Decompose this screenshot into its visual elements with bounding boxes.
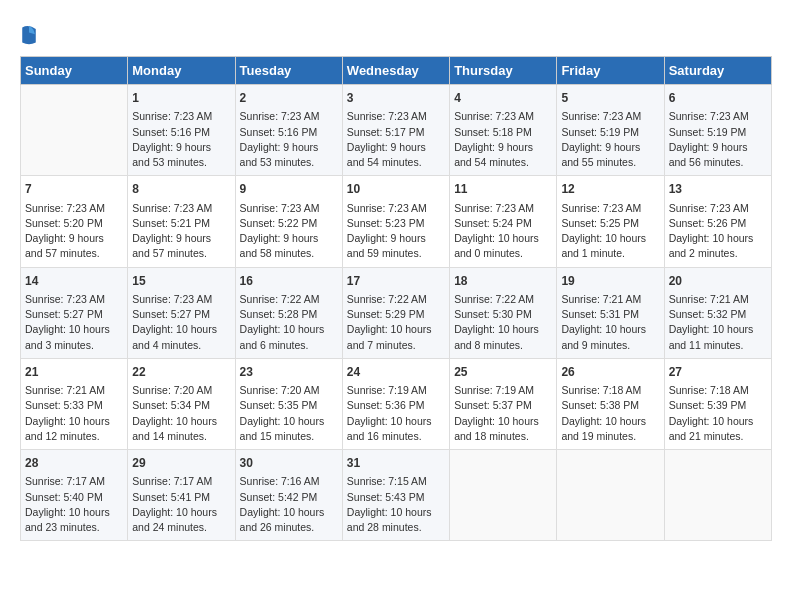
cell-text: and 23 minutes. [25, 520, 123, 535]
day-number: 7 [25, 181, 123, 198]
cell-text: Daylight: 10 hours [347, 322, 445, 337]
cell-text: Sunrise: 7:17 AM [25, 474, 123, 489]
cell-text: and 26 minutes. [240, 520, 338, 535]
calendar-cell: 13Sunrise: 7:23 AMSunset: 5:26 PMDayligh… [664, 176, 771, 267]
cell-text: Sunrise: 7:16 AM [240, 474, 338, 489]
cell-text: and 53 minutes. [132, 155, 230, 170]
cell-text: Sunrise: 7:23 AM [25, 292, 123, 307]
cell-text: Sunset: 5:39 PM [669, 398, 767, 413]
cell-text: Sunrise: 7:23 AM [669, 201, 767, 216]
cell-text: Daylight: 9 hours [669, 140, 767, 155]
cell-text: and 6 minutes. [240, 338, 338, 353]
cell-text: Sunset: 5:17 PM [347, 125, 445, 140]
cell-text: Sunset: 5:20 PM [25, 216, 123, 231]
cell-text: Sunrise: 7:23 AM [347, 109, 445, 124]
cell-text: Sunrise: 7:23 AM [132, 292, 230, 307]
cell-text: Daylight: 10 hours [25, 414, 123, 429]
day-number: 11 [454, 181, 552, 198]
cell-text: Sunrise: 7:21 AM [25, 383, 123, 398]
cell-text: Sunrise: 7:23 AM [132, 201, 230, 216]
day-number: 24 [347, 364, 445, 381]
calendar-cell: 11Sunrise: 7:23 AMSunset: 5:24 PMDayligh… [450, 176, 557, 267]
cell-text: Daylight: 10 hours [347, 505, 445, 520]
cell-text: and 21 minutes. [669, 429, 767, 444]
day-number: 12 [561, 181, 659, 198]
cell-text: Sunset: 5:33 PM [25, 398, 123, 413]
day-number: 1 [132, 90, 230, 107]
cell-text: and 57 minutes. [132, 246, 230, 261]
cell-text: and 8 minutes. [454, 338, 552, 353]
cell-text: Daylight: 10 hours [240, 505, 338, 520]
calendar-cell [664, 450, 771, 541]
cell-text: Sunset: 5:25 PM [561, 216, 659, 231]
logo [20, 22, 40, 46]
header [20, 18, 772, 46]
calendar-cell: 26Sunrise: 7:18 AMSunset: 5:38 PMDayligh… [557, 358, 664, 449]
cell-text: Sunrise: 7:21 AM [669, 292, 767, 307]
col-header-friday: Friday [557, 57, 664, 85]
cell-text: Daylight: 10 hours [347, 414, 445, 429]
cell-text: Sunrise: 7:19 AM [454, 383, 552, 398]
cell-text: Daylight: 9 hours [132, 140, 230, 155]
calendar-cell [450, 450, 557, 541]
week-row-5: 28Sunrise: 7:17 AMSunset: 5:40 PMDayligh… [21, 450, 772, 541]
cell-text: and 2 minutes. [669, 246, 767, 261]
day-number: 27 [669, 364, 767, 381]
cell-text: Daylight: 10 hours [25, 505, 123, 520]
cell-text: Sunrise: 7:23 AM [132, 109, 230, 124]
cell-text: and 24 minutes. [132, 520, 230, 535]
calendar-table: SundayMondayTuesdayWednesdayThursdayFrid… [20, 56, 772, 541]
calendar-cell: 17Sunrise: 7:22 AMSunset: 5:29 PMDayligh… [342, 267, 449, 358]
cell-text: Sunset: 5:16 PM [240, 125, 338, 140]
cell-text: and 15 minutes. [240, 429, 338, 444]
cell-text: and 28 minutes. [347, 520, 445, 535]
cell-text: Sunrise: 7:20 AM [240, 383, 338, 398]
calendar-cell: 2Sunrise: 7:23 AMSunset: 5:16 PMDaylight… [235, 85, 342, 176]
cell-text: Sunset: 5:27 PM [132, 307, 230, 322]
cell-text: Sunset: 5:28 PM [240, 307, 338, 322]
cell-text: Daylight: 9 hours [454, 140, 552, 155]
day-number: 14 [25, 273, 123, 290]
calendar-cell: 18Sunrise: 7:22 AMSunset: 5:30 PMDayligh… [450, 267, 557, 358]
day-number: 6 [669, 90, 767, 107]
week-row-4: 21Sunrise: 7:21 AMSunset: 5:33 PMDayligh… [21, 358, 772, 449]
calendar-cell: 24Sunrise: 7:19 AMSunset: 5:36 PMDayligh… [342, 358, 449, 449]
cell-text: Sunrise: 7:18 AM [561, 383, 659, 398]
cell-text: Daylight: 9 hours [561, 140, 659, 155]
cell-text: and 57 minutes. [25, 246, 123, 261]
day-number: 5 [561, 90, 659, 107]
calendar-cell: 1Sunrise: 7:23 AMSunset: 5:16 PMDaylight… [128, 85, 235, 176]
calendar-cell: 7Sunrise: 7:23 AMSunset: 5:20 PMDaylight… [21, 176, 128, 267]
week-row-1: 1Sunrise: 7:23 AMSunset: 5:16 PMDaylight… [21, 85, 772, 176]
cell-text: Sunrise: 7:23 AM [240, 109, 338, 124]
col-header-saturday: Saturday [664, 57, 771, 85]
calendar-cell: 15Sunrise: 7:23 AMSunset: 5:27 PMDayligh… [128, 267, 235, 358]
cell-text: Daylight: 10 hours [669, 322, 767, 337]
cell-text: Sunset: 5:41 PM [132, 490, 230, 505]
cell-text: and 16 minutes. [347, 429, 445, 444]
cell-text: and 59 minutes. [347, 246, 445, 261]
cell-text: Sunset: 5:38 PM [561, 398, 659, 413]
cell-text: Daylight: 10 hours [454, 322, 552, 337]
calendar-cell: 12Sunrise: 7:23 AMSunset: 5:25 PMDayligh… [557, 176, 664, 267]
day-number: 18 [454, 273, 552, 290]
cell-text: Sunrise: 7:22 AM [347, 292, 445, 307]
day-number: 8 [132, 181, 230, 198]
cell-text: and 58 minutes. [240, 246, 338, 261]
cell-text: Daylight: 9 hours [240, 140, 338, 155]
calendar-cell: 9Sunrise: 7:23 AMSunset: 5:22 PMDaylight… [235, 176, 342, 267]
cell-text: Sunset: 5:34 PM [132, 398, 230, 413]
cell-text: Daylight: 9 hours [132, 231, 230, 246]
cell-text: Sunset: 5:35 PM [240, 398, 338, 413]
cell-text: Daylight: 10 hours [132, 505, 230, 520]
day-number: 10 [347, 181, 445, 198]
cell-text: Daylight: 9 hours [347, 231, 445, 246]
cell-text: Daylight: 10 hours [669, 414, 767, 429]
cell-text: Daylight: 10 hours [669, 231, 767, 246]
cell-text: Sunset: 5:42 PM [240, 490, 338, 505]
cell-text: and 12 minutes. [25, 429, 123, 444]
col-header-wednesday: Wednesday [342, 57, 449, 85]
week-row-3: 14Sunrise: 7:23 AMSunset: 5:27 PMDayligh… [21, 267, 772, 358]
page: SundayMondayTuesdayWednesdayThursdayFrid… [0, 0, 792, 612]
cell-text: and 55 minutes. [561, 155, 659, 170]
